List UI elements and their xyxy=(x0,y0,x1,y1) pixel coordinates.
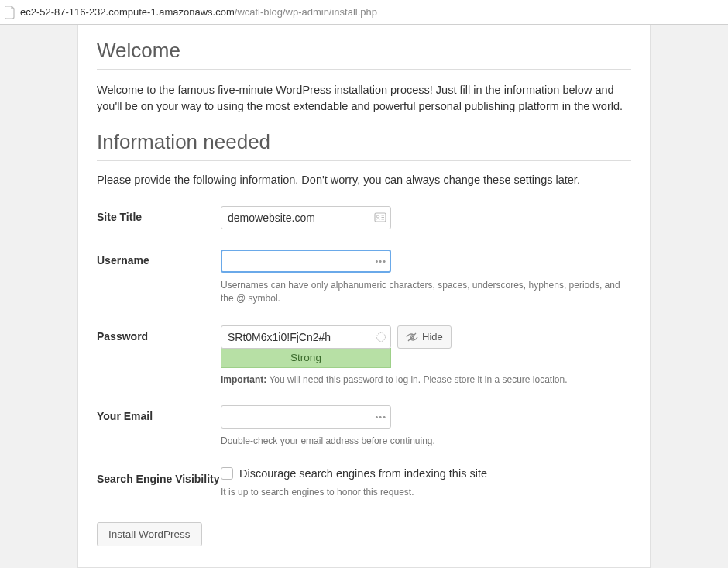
label-email: Your Email xyxy=(97,405,221,422)
visibility-checkbox[interactable] xyxy=(221,467,233,480)
key-dots-icon: ••• xyxy=(375,256,386,266)
important-text: You will need this password to log in. P… xyxy=(266,374,567,385)
visibility-checkbox-row[interactable]: Discourage search engines from indexing … xyxy=(221,467,631,480)
visibility-checkbox-label: Discourage search engines from indexing … xyxy=(239,467,487,480)
page-background: Welcome Welcome to the famous five-minut… xyxy=(0,25,728,568)
username-help: Usernames can have only alphanumeric cha… xyxy=(221,279,631,305)
hide-password-button[interactable]: Hide xyxy=(397,325,452,349)
divider xyxy=(97,69,631,70)
document-icon xyxy=(5,6,15,19)
welcome-heading: Welcome xyxy=(97,39,631,63)
url-host: ec2-52-87-116-232.compute-1.amazonaws.co… xyxy=(20,6,235,18)
password-circle-icon xyxy=(376,332,386,343)
info-text: Please provide the following information… xyxy=(97,174,631,186)
row-password: Password Hide St xyxy=(97,325,631,385)
password-important: Important: You will need this password t… xyxy=(221,374,631,385)
url-text[interactable]: ec2-52-87-116-232.compute-1.amazonaws.co… xyxy=(20,6,377,18)
row-site-title: Site Title xyxy=(97,206,631,229)
install-card: Welcome Welcome to the famous five-minut… xyxy=(77,25,651,568)
svg-point-1 xyxy=(376,215,379,218)
email-input[interactable] xyxy=(221,405,391,429)
url-path: /wcatl-blog/wp-admin/install.php xyxy=(235,6,377,18)
password-input[interactable] xyxy=(221,325,391,349)
row-email: Your Email ••• Double-check your email a… xyxy=(97,405,631,448)
info-heading: Information needed xyxy=(97,130,631,154)
browser-url-bar: ec2-52-87-116-232.compute-1.amazonaws.co… xyxy=(0,0,728,25)
label-username: Username xyxy=(97,250,221,267)
svg-point-5 xyxy=(377,332,386,341)
row-visibility: Search Engine Visibility Discourage sear… xyxy=(97,467,631,499)
site-title-input[interactable] xyxy=(221,206,391,229)
eye-slash-icon xyxy=(406,332,418,343)
key-dots-icon: ••• xyxy=(375,412,386,422)
visibility-help: It is up to search engines to honor this… xyxy=(221,486,631,499)
divider xyxy=(97,160,631,161)
contact-card-icon xyxy=(374,212,386,223)
hide-button-label: Hide xyxy=(422,331,443,343)
label-password: Password xyxy=(97,325,221,343)
password-strength-bar: Strong xyxy=(221,348,391,368)
important-label: Important: xyxy=(221,374,266,385)
label-visibility: Search Engine Visibility xyxy=(97,467,221,486)
email-help: Double-check your email address before c… xyxy=(221,435,631,448)
row-username: Username ••• Usernames can have only alp… xyxy=(97,250,631,305)
label-site-title: Site Title xyxy=(97,206,221,223)
welcome-text: Welcome to the famous five-minute WordPr… xyxy=(97,82,631,115)
install-wordpress-button[interactable]: Install WordPress xyxy=(97,522,202,546)
username-input[interactable] xyxy=(221,250,391,273)
